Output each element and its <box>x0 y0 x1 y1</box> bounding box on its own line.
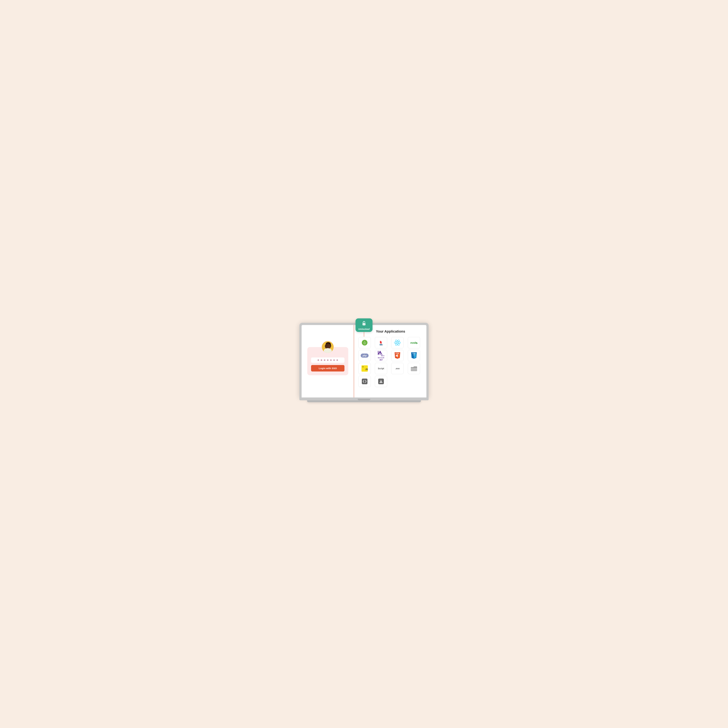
app-icon-folder[interactable] <box>408 363 420 374</box>
password-field[interactable] <box>311 358 344 363</box>
app-icon-exe[interactable]: .exe <box>391 363 404 374</box>
svg-point-5 <box>326 342 331 346</box>
app-icon-php[interactable]: php <box>358 350 371 361</box>
avatar-figure <box>322 341 333 353</box>
code-icon-box <box>362 379 367 384</box>
login-panel: Login with SSO <box>301 325 354 398</box>
app-icon-react[interactable] <box>391 337 404 348</box>
svg-text:php: php <box>362 354 367 357</box>
app-icon-javascript[interactable]: JS JS <box>358 363 371 374</box>
sso-login-button[interactable]: Login with SSO <box>311 365 344 372</box>
password-dot <box>318 359 319 361</box>
svg-text:JS: JS <box>362 366 364 367</box>
app-icon-dotnet[interactable]: Microsoft .NET Microsoft .NET <box>375 350 387 361</box>
laptop-outer: Unlocked <box>300 323 428 402</box>
app-icon-html5[interactable]: HTML 5 <box>391 350 404 361</box>
badge-label: Unlocked <box>358 328 370 330</box>
laptop-base <box>300 398 428 400</box>
login-card: Login with SSO <box>307 347 348 375</box>
svg-text:JS: JS <box>365 368 368 370</box>
unlock-icon <box>361 321 367 327</box>
install-icon-box <box>378 379 384 384</box>
script-label: Script <box>378 367 384 370</box>
password-dot <box>327 359 329 361</box>
svg-point-6 <box>324 350 332 353</box>
page-wrapper: Unlocked <box>293 314 435 415</box>
svg-text:spring: spring <box>363 343 366 343</box>
app-icon-spring-boot[interactable]: ⊙ spring boot <box>358 337 371 348</box>
app-icon-java[interactable]: Java <box>375 337 387 348</box>
applications-grid: ⊙ spring boot <box>358 337 423 387</box>
avatar <box>321 341 334 353</box>
svg-text:3: 3 <box>413 354 414 356</box>
app-icon-css3[interactable]: CSS 3 <box>408 350 420 361</box>
app-icon-code[interactable] <box>358 376 371 387</box>
svg-rect-7 <box>327 349 329 351</box>
svg-text:boot: boot <box>364 343 366 344</box>
svg-text:Microsoft: Microsoft <box>378 357 384 359</box>
app-icon-install[interactable] <box>375 376 387 387</box>
password-dot <box>324 359 326 361</box>
divider-line <box>354 325 354 398</box>
svg-text:Java: Java <box>379 344 382 346</box>
svg-rect-1 <box>364 324 364 324</box>
password-dot <box>333 359 335 361</box>
laptop-foot <box>307 400 421 402</box>
password-dot <box>336 359 338 361</box>
svg-text:js: js <box>416 342 418 344</box>
app-icon-nodejs[interactable]: node . js <box>408 337 420 348</box>
svg-text:.NET: .NET <box>379 359 383 361</box>
svg-text:⊙: ⊙ <box>364 341 365 342</box>
password-dot <box>330 359 332 361</box>
exe-label: .exe <box>395 367 400 370</box>
svg-point-18 <box>397 342 398 343</box>
password-dot <box>321 359 322 361</box>
svg-rect-43 <box>379 382 382 383</box>
unlocked-badge: Unlocked <box>355 318 373 336</box>
svg-text:5: 5 <box>397 354 398 356</box>
badge-box: Unlocked <box>355 318 373 332</box>
svg-point-4 <box>326 344 330 349</box>
app-icon-script[interactable]: Script <box>375 363 387 374</box>
